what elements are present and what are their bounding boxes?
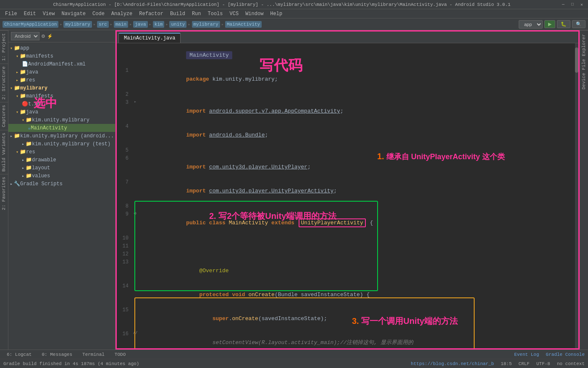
gradle-icon: ▸ [10,181,13,187]
buildvariants-tab[interactable]: Build Variants [0,130,8,174]
tree-res-lib[interactable]: ▾ 📁 res [8,148,115,156]
project-tab[interactable]: 1: Project [0,30,8,63]
context-indicator: no context [557,361,585,366]
title-text: ChinarMyApplication - [D:\Android-Files\… [3,2,560,7]
tree-app[interactable]: ▾ 📁 app [8,44,115,52]
crumb-mylibrary[interactable]: mylibrary [63,21,92,28]
tree-mainactivity[interactable]: ☕ MainActivity [8,124,115,132]
xml-file-icon: 🔴 [22,101,28,107]
debug-button[interactable]: 🐛 [557,20,570,28]
crumb-kim[interactable]: kim [153,21,165,28]
minimize-button[interactable]: — [560,2,566,8]
app-window: ChinarMyApplication - [D:\Android-Files\… [0,0,588,368]
maximize-button[interactable]: □ [570,2,575,8]
event-log-link[interactable]: Event Log [514,352,539,357]
tree-manifest2xml[interactable]: 🔴 t.xml [8,100,115,108]
code-line-14: 14 protected void onCreate(Bundle savedI… [117,283,578,307]
menu-bar: File Edit View Navigate Code Analyze Ref… [0,9,588,18]
tree-java-lib[interactable]: ▾ 📁 java [8,108,115,116]
title-bar: ChinarMyApplication - [D:\Android-Files\… [0,0,588,9]
code-line-4: 4 import android.os.Bundle; [117,123,578,147]
tree-kimunitymylibrary-android[interactable]: ▸ 📁 kim.unity.mylibrary (android... [8,132,115,140]
right-panel: Device File Explorer [580,30,588,350]
code-line-9: 9 ⚙ public class MainActivity extends Un… [117,211,578,235]
device-file-explorer-tab[interactable]: Device File Explorer [580,30,588,93]
menu-window[interactable]: Window [243,10,266,18]
scrollbar-track[interactable] [575,43,578,348]
selected-annotation: 选中 [34,95,57,111]
menu-refactor[interactable]: Refactor [136,10,166,18]
navigation-bar: ChinarMyApplication ▸ mylibrary ▸ src ▸ … [0,18,588,30]
status-right: https://blog.csdn.net/chinar_b 18:5 CRLF… [411,361,585,366]
folder-icon: ▸ [10,134,13,139]
menu-vcs[interactable]: VCS [227,10,242,18]
java-file-icon: ☕ [28,125,31,131]
menu-code[interactable]: Code [90,10,107,18]
project-panel: Android ⚙ ⚡ 选中 ▾ 📁 app ▾ 📁 [8,30,116,350]
logcat-tab[interactable]: 6: Logcat [3,351,35,358]
tree-layout[interactable]: ▸ 📁 layout [8,164,115,172]
menu-edit[interactable]: Edit [21,10,39,18]
code-line-1: 1 package kim.unity.mylibrary; [117,67,578,91]
folder-icon: ▾ [16,94,18,99]
code-line-16: 16 // setContentView(R.layout.activity_m… [117,331,578,348]
menu-build[interactable]: Build [168,10,188,18]
crumb-java[interactable]: java [133,21,147,28]
crumb-src[interactable]: src [97,21,109,28]
search-button[interactable]: 🔍 [572,20,585,28]
structure-tab[interactable]: 2: Structure [0,63,8,102]
menu-analyze[interactable]: Analyze [109,10,135,18]
folder-icon: ▸ [16,78,18,83]
menu-run[interactable]: Run [189,10,204,18]
tree-java-app[interactable]: ▸ 📁 java [8,68,115,76]
sync-button[interactable]: ⚙ [41,34,45,39]
messages-tab[interactable]: 0: Messages [38,351,76,358]
run-button[interactable]: ▶ [544,20,555,28]
favorites-tab[interactable]: 2: Favorites [0,174,8,213]
scrollbar-thumb[interactable] [575,47,578,73]
crumb-unity[interactable]: unity [169,21,186,28]
code-line-header: MainActivity [117,43,578,67]
folder-icon: ▸ [22,173,24,179]
tree-mylibrary[interactable]: ▾ 📁 mylibrary [8,84,115,92]
tree-res-app[interactable]: ▸ 📁 res [8,76,115,84]
menu-navigate[interactable]: Navigate [59,10,88,18]
code-line-5: 5 [117,147,578,155]
close-button[interactable]: ✕ [579,2,585,8]
tree-drawable[interactable]: ▸ 📁 drawable [8,156,115,164]
tree-manifests2[interactable]: ▾ 📁 manifests [8,92,115,100]
menu-help[interactable]: Help [268,10,285,18]
gradle-console-link[interactable]: Gradle Console [546,352,585,357]
folder-icon: ▸ [16,70,18,75]
crumb-app[interactable]: ChinarMyApplication [3,21,58,28]
menu-tools[interactable]: Tools [205,10,226,18]
tree-values[interactable]: ▸ 📁 values [8,172,115,180]
code-line-15: 15 super.onCreate(savedInstanceState); [117,307,578,331]
todo-tab[interactable]: TODO [111,351,129,358]
run-config-dropdown[interactable]: app [519,20,543,29]
menu-file[interactable]: File [3,10,20,18]
code-area[interactable]: 写代码 1. 继承自 UnityPlayerActivity 这个类 2. 写2… [117,43,578,348]
menu-view[interactable]: View [40,10,58,18]
code-line-12: 12 [117,251,578,259]
tree-androidmanifest[interactable]: 📄 AndroidManifest.xml [8,60,115,68]
captures-tab[interactable]: Captures [0,102,8,130]
code-line-3: 3 ▸ import android.support.v7.app.AppCom… [117,99,578,123]
crumb-main[interactable]: main [114,21,128,28]
crumb-mainactivity[interactable]: MainActivity [225,21,262,28]
code-line-8: 8 [117,203,578,211]
project-view-dropdown[interactable]: Android [11,32,39,40]
tree-manifests[interactable]: ▾ 📁 manifests [8,52,115,60]
tree-gradlescripts[interactable]: ▸ 🔧 Gradle Scripts [8,180,115,188]
crumb-mylibrary2[interactable]: mylibrary [192,21,220,28]
line-ending[interactable]: CRLF [519,361,530,366]
editor-tab-bar: MainActivity.java [117,32,578,43]
gear-icon[interactable]: ⚡ [47,34,53,39]
terminal-tab[interactable]: Terminal [79,351,108,358]
encoding[interactable]: UTF-8 [536,361,550,366]
tree-kimunitymylibrary-test[interactable]: ▸ 📁 kim.unity.mylibrary (test) [8,140,115,148]
tree-kimunitymylibrary[interactable]: ▾ 📁 kim.unity.mylibrary [8,116,115,124]
code-line-13: 13 @Override [117,259,578,283]
tab-label: MainActivity.java [124,35,175,41]
tab-mainactivity[interactable]: MainActivity.java [118,33,181,43]
